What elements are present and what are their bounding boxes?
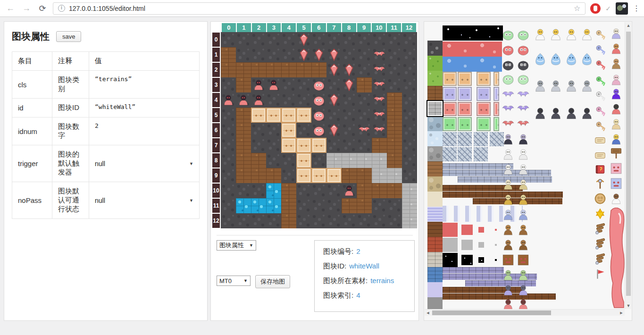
map-tile[interactable] [357, 77, 372, 92]
map-tile[interactable] [387, 183, 402, 198]
map-tile[interactable] [342, 153, 357, 168]
palette-sprite-parchment[interactable] [594, 149, 606, 161]
map-tile[interactable] [387, 213, 402, 228]
map-tile[interactable] [266, 198, 281, 213]
palette-sprite-wing-item-1[interactable] [594, 223, 606, 235]
palette-sprite-big-purple-bat-2[interactable] [517, 103, 529, 115]
palette-sprite-small-flag[interactable] [594, 268, 606, 280]
map-tile[interactable] [251, 153, 266, 168]
palette-gray-patches[interactable] [461, 240, 473, 250]
map-tile[interactable] [296, 198, 311, 213]
map-tile[interactable] [326, 32, 342, 47]
palette-tile-tan-rocks[interactable] [427, 176, 443, 192]
map-tile[interactable] [266, 123, 281, 138]
map-tile[interactable] [372, 153, 387, 168]
palette-lava-patches[interactable] [443, 223, 458, 237]
map-tile[interactable] [251, 47, 266, 62]
map-tile[interactable] [326, 213, 342, 228]
palette-sprite-wing-item-2[interactable] [594, 238, 606, 250]
palette-sprite-skeleton-1[interactable] [502, 148, 514, 160]
map-tile[interactable] [402, 198, 417, 213]
map-tile[interactable] [281, 32, 296, 47]
map-tile[interactable] [326, 198, 342, 213]
map-tile[interactable] [387, 62, 402, 77]
palette-sprite-water-spirit-frame-1[interactable] [534, 48, 547, 71]
map-tile[interactable] [372, 168, 387, 183]
map-tile[interactable] [357, 32, 372, 47]
palette-sprite-golem-1[interactable] [502, 224, 514, 236]
property-select-trigger[interactable]: null▼ [95, 160, 193, 168]
map-tile-bat[interactable] [372, 62, 387, 77]
map-tile[interactable] [372, 32, 387, 47]
map-tile-gem[interactable] [326, 123, 342, 138]
map-tile[interactable] [326, 77, 342, 92]
map-tile[interactable] [266, 92, 281, 108]
palette-sprite-white-key[interactable] [595, 90, 607, 102]
palette-sprite-red-slime-1[interactable] [502, 43, 514, 56]
palette-sprite-blue-key[interactable] [595, 43, 607, 56]
map-tile-bat[interactable] [372, 77, 387, 92]
map-tile[interactable] [281, 153, 296, 168]
palette-sprite-wizard[interactable] [610, 88, 622, 100]
map-tile[interactable] [402, 153, 417, 168]
map-tile[interactable] [357, 92, 372, 108]
map-tile[interactable] [266, 168, 281, 183]
map-tile-monk[interactable] [342, 183, 357, 198]
map-tile[interactable] [402, 138, 417, 153]
map-tile[interactable] [266, 108, 281, 123]
map-tile[interactable] [251, 138, 266, 153]
map-tile[interactable] [236, 198, 251, 213]
map-tile[interactable] [402, 62, 417, 77]
palette-sprite-skeleton-2[interactable] [517, 148, 529, 160]
map-tile[interactable] [326, 168, 342, 183]
map-tile[interactable] [402, 213, 417, 228]
palette-sprite-green-slime-1[interactable] [502, 28, 514, 41]
palette-star-patches[interactable] [495, 259, 497, 261]
palette-ornate-purple-tile[interactable] [443, 87, 457, 101]
palette-lattice-row-1[interactable] [474, 132, 488, 146]
map-tile[interactable] [221, 153, 236, 168]
palette-sprite-red-priest[interactable] [610, 103, 622, 115]
map-tile[interactable] [387, 168, 402, 183]
palette-sprite-fighter[interactable] [610, 58, 622, 70]
map-tile-monk[interactable] [251, 77, 266, 92]
map-tile[interactable] [296, 183, 311, 198]
palette-star-patches[interactable] [443, 253, 458, 267]
map-tile[interactable] [357, 47, 372, 62]
palette-sprite-wooden-sign[interactable] [610, 147, 622, 159]
map-tile[interactable] [402, 92, 417, 108]
palette-blue-sea[interactable] [443, 57, 502, 72]
forward-button[interactable]: → [21, 3, 32, 13]
map-tile[interactable] [296, 77, 311, 92]
palette-ornate-purple-tile[interactable] [477, 87, 491, 101]
palette-sprite-demon-frame-4[interactable] [580, 101, 594, 126]
map-tile[interactable] [311, 213, 326, 228]
map-tile[interactable] [387, 92, 402, 108]
palette-sprite-big-pink-creature[interactable] [608, 208, 625, 309]
palette-sprite-pink-face-wall[interactable] [610, 162, 622, 175]
map-tile[interactable] [266, 183, 281, 198]
map-tile[interactable] [342, 168, 357, 183]
map-tile-bat[interactable] [372, 47, 387, 62]
map-tile[interactable] [236, 153, 251, 168]
palette-sprite-red-bat-1[interactable] [502, 118, 514, 130]
map-tile[interactable] [221, 183, 236, 198]
extension-check-icon[interactable]: ✓ [605, 5, 611, 12]
map-tile[interactable] [221, 213, 236, 228]
palette-ornate-orange-tile[interactable] [477, 72, 491, 86]
map-tile[interactable] [342, 32, 357, 47]
map-tile[interactable] [311, 62, 326, 77]
map-tile[interactable] [357, 198, 372, 213]
palette-lattice-row-2[interactable] [474, 147, 488, 161]
palette-lattice-row-2[interactable] [443, 147, 457, 161]
palette-sprite-star-of-david[interactable] [594, 208, 606, 220]
map-tile[interactable] [251, 123, 266, 138]
palette-sprite-skeleton-captain-2[interactable] [517, 178, 529, 191]
palette-sprite-amulet-coin[interactable] [594, 193, 606, 205]
map-tile-gem[interactable] [342, 77, 357, 92]
palette-tile-white-wall[interactable] [427, 101, 443, 116]
page-info-icon[interactable]: i [58, 5, 65, 12]
palette-star-patches[interactable] [461, 255, 473, 265]
profile-avatar[interactable] [616, 2, 628, 15]
map-tile-bat[interactable] [372, 108, 387, 123]
